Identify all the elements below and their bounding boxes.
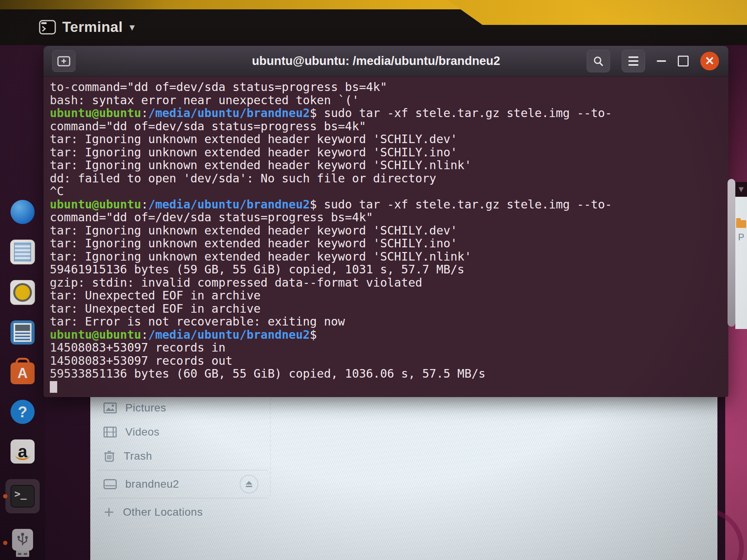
active-app-highlight: >_	[5, 479, 40, 513]
amazon-icon: a	[11, 439, 35, 464]
ubuntu-dock: A ? a >_	[0, 45, 45, 560]
dock-item-amazon[interactable]: a	[0, 439, 45, 464]
sidebar-item-brandneu2[interactable]: brandneu2	[97, 472, 268, 496]
terminal-line: tar: Ignoring unknown extended header ke…	[50, 250, 722, 263]
dock-item-terminal-active[interactable]: >_	[0, 479, 45, 513]
new-tab-icon	[57, 55, 70, 67]
terminal-line: tar: Ignoring unknown extended header ke…	[50, 133, 722, 146]
terminal-line: bash: syntax error near unexpected token…	[50, 94, 722, 107]
terminal-line: ubuntu@ubuntu:/media/ubuntu/brandneu2$	[50, 328, 722, 341]
terminal-app-icon	[39, 20, 56, 35]
search-button[interactable]	[587, 50, 610, 72]
close-button[interactable]: ✕	[700, 52, 719, 70]
terminal-line: tar: Ignoring unknown extended header ke…	[50, 237, 722, 250]
blue-globe-icon	[11, 200, 35, 224]
dock-item-help[interactable]: ?	[0, 400, 45, 424]
terminal-line: ubuntu@ubuntu:/media/ubuntu/brandneu2$ s…	[50, 198, 722, 211]
terminal-line: 59533851136 bytes (60 GB, 55 GiB) copied…	[50, 367, 722, 380]
photographed-screen: Terminal ▾ A ? a	[0, 0, 747, 560]
new-tab-button[interactable]	[52, 50, 75, 72]
image-icon	[103, 402, 117, 413]
dock-item-libreoffice-calc[interactable]	[0, 240, 45, 264]
maximize-button[interactable]	[678, 56, 689, 66]
scroll-down-chevron-icon[interactable]: ▼	[735, 182, 747, 197]
usb-icon	[12, 529, 33, 557]
terminal-titlebar[interactable]: ubuntu@ubuntu: /media/ubuntu/brandneu2 ✕	[44, 46, 728, 77]
terminal-line: ^C	[50, 185, 722, 198]
terminal-cursor	[50, 381, 57, 393]
sidebar-label: brandneu2	[125, 478, 179, 490]
chevron-down-icon: ▾	[130, 22, 135, 33]
sidebar-item-other-locations[interactable]: Other Locations	[97, 500, 268, 524]
sidebar-separator	[97, 498, 268, 499]
presentation-icon	[10, 280, 35, 305]
plus-icon	[103, 507, 114, 518]
dock-item-ubuntu-software[interactable]: A	[0, 360, 45, 384]
folder-partial-label: P	[738, 232, 744, 243]
terminal-line: tar: Unexpected EOF in archive	[50, 289, 722, 302]
terminal-icon: >_	[11, 485, 35, 508]
question-icon: ?	[11, 400, 35, 424]
terminal-line: 59461915136 bytes (59 GB, 55 GiB) copied…	[50, 263, 722, 276]
terminal-line: command="dd of=/dev/sda status=progress …	[50, 211, 722, 224]
close-icon: ✕	[705, 55, 714, 67]
terminal-line	[50, 380, 722, 394]
sidebar-separator	[97, 470, 268, 471]
running-indicator-dot	[3, 494, 7, 499]
terminal-line: tar: Ignoring unknown extended header ke…	[50, 224, 722, 237]
terminal-line: 14508083+53097 records out	[50, 354, 722, 368]
sidebar-label: Pictures	[125, 402, 166, 414]
terminal-line: tar: Ignoring unknown extended header ke…	[50, 159, 722, 172]
terminal-line: to-command="dd of=dev/sda status=progres…	[50, 80, 722, 94]
files-sidebar: Pictures Videos	[97, 396, 268, 524]
window-title: ubuntu@ubuntu: /media/ubuntu/brandneu2	[252, 54, 500, 68]
amazon-smile-arrow	[15, 454, 30, 460]
search-icon	[593, 55, 604, 67]
app-menu-terminal[interactable]: Terminal ▾	[39, 19, 135, 35]
film-icon	[103, 427, 117, 438]
hamburger-icon	[628, 56, 638, 66]
disk-icon	[103, 479, 117, 489]
running-indicator-dot	[3, 541, 7, 545]
sidebar-item-videos[interactable]: Videos	[97, 420, 268, 444]
dock-item-libreoffice-impress[interactable]	[0, 280, 45, 305]
software-bag-icon: A	[11, 362, 35, 384]
folder-icon	[736, 220, 746, 228]
terminal-line: tar: Error is not recoverable: exiting n…	[50, 315, 722, 328]
dock-item-browser[interactable]	[0, 200, 45, 224]
maximize-icon	[678, 56, 689, 66]
sidebar-label: Videos	[125, 426, 160, 438]
terminal-window: ubuntu@ubuntu: /media/ubuntu/brandneu2 ✕…	[44, 46, 728, 397]
dock-item-usb-drive[interactable]	[0, 529, 45, 557]
sidebar-label: Other Locations	[123, 506, 203, 518]
terminal-line: gzip: stdin: invalid compressed data--fo…	[50, 276, 722, 289]
sidebar-content-divider	[270, 393, 271, 496]
terminal-output[interactable]: to-command="dd of=dev/sda status=progres…	[44, 77, 728, 397]
files-content-sliver: P	[735, 197, 747, 329]
terminal-line: dd: failed to open 'dev/sda': No such fi…	[50, 172, 722, 185]
window-edge-scrollbar[interactable]	[728, 179, 735, 327]
minimize-icon	[657, 60, 666, 62]
app-menu-label: Terminal	[62, 19, 123, 35]
sidebar-label: Trash	[124, 450, 152, 462]
trash-icon	[103, 450, 115, 462]
glare-band-top-right	[447, 0, 747, 25]
dock-item-libreoffice-writer[interactable]	[0, 320, 45, 345]
terminal-line: ubuntu@ubuntu:/media/ubuntu/brandneu2$ s…	[50, 107, 722, 120]
eject-icon	[245, 480, 253, 488]
minimize-button[interactable]	[657, 60, 666, 62]
eject-button[interactable]	[240, 475, 258, 494]
terminal-line: tar: Ignoring unknown extended header ke…	[50, 146, 722, 159]
sidebar-item-trash[interactable]: Trash	[97, 444, 268, 468]
terminal-line: tar: Unexpected EOF in archive	[50, 302, 722, 315]
terminal-line: 14508083+53097 records in	[50, 341, 722, 354]
terminal-line: command="dd of=dev/sda status=progress b…	[50, 120, 722, 133]
document-icon	[11, 320, 35, 345]
sidebar-item-pictures[interactable]: Pictures	[97, 396, 268, 420]
menu-button[interactable]	[622, 50, 645, 72]
spreadsheet-icon	[10, 240, 35, 264]
